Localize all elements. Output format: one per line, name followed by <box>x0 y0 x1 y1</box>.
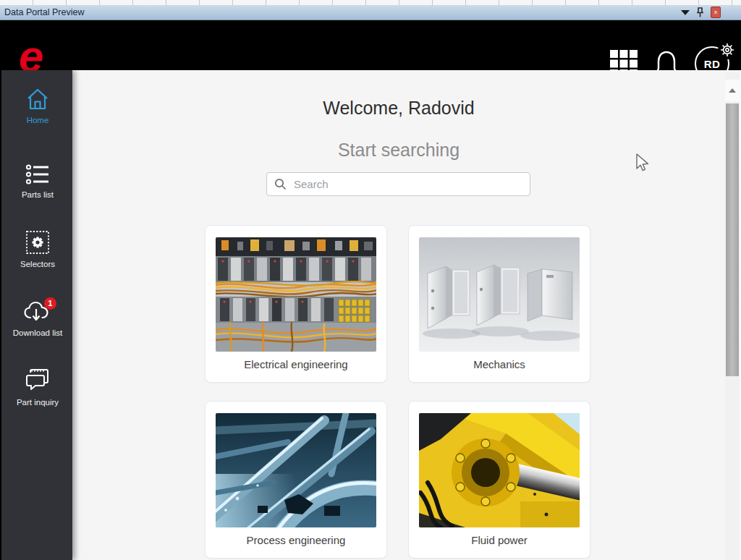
card-mechanics[interactable]: Mechanics <box>408 225 590 383</box>
card-label: Mechanics <box>409 358 590 370</box>
settings-gear-wrap[interactable] <box>718 41 737 59</box>
card-label: Fluid power <box>409 534 590 546</box>
fluid-power-image <box>419 413 580 527</box>
sidebar-item-label: Part inquiry <box>1 398 74 407</box>
sidebar-item-selectors[interactable]: Selectors <box>1 230 74 268</box>
sidebar: Home Parts list <box>0 70 72 560</box>
sidebar-item-label: Parts list <box>1 190 74 199</box>
welcome-title: Welcome, Radovid <box>72 98 725 119</box>
sidebar-item-label: Selectors <box>1 260 74 268</box>
sidebar-item-download-list[interactable]: 1 Download list <box>1 300 74 337</box>
sidebar-item-label: Home <box>1 116 74 124</box>
part-inquiry-icon <box>24 367 51 393</box>
start-searching-subtitle: Start searching <box>72 140 725 161</box>
card-electrical-engineering[interactable]: Electrical engineering <box>205 225 387 383</box>
window-menu-caret-icon[interactable] <box>681 10 690 15</box>
card-label: Electrical engineering <box>206 358 386 370</box>
search-box[interactable] <box>266 172 530 196</box>
sidebar-item-home[interactable]: Home <box>1 88 74 124</box>
search-icon <box>274 178 287 190</box>
selectors-icon <box>25 230 50 255</box>
home-icon <box>25 88 50 111</box>
mechanics-image <box>419 237 580 352</box>
process-engineering-image <box>216 413 376 527</box>
electrical-engineering-image <box>216 237 376 352</box>
scroll-up-button[interactable] <box>725 80 740 101</box>
vertical-scrollbar[interactable] <box>725 72 740 560</box>
card-fluid-power[interactable]: Fluid power <box>408 401 590 559</box>
mouse-cursor <box>632 153 651 173</box>
scrollbar-thumb[interactable] <box>726 103 739 376</box>
sidebar-item-part-inquiry[interactable]: Part inquiry <box>1 367 74 407</box>
scroll-up-arrow-icon <box>729 88 736 93</box>
app-header: e Data Portal RD <box>0 20 741 70</box>
card-process-engineering[interactable]: Process engineering <box>205 401 387 559</box>
gear-icon <box>720 43 734 57</box>
sidebar-item-label: Download list <box>1 328 74 337</box>
pin-icon[interactable] <box>695 7 705 18</box>
download-count-badge: 1 <box>44 297 56 310</box>
card-label: Process engineering <box>206 534 386 546</box>
parts-list-icon <box>25 164 51 185</box>
window-title: Data Portal Preview <box>0 7 681 17</box>
category-cards: Electrical engineering <box>205 225 593 559</box>
sidebar-item-parts-list[interactable]: Parts list <box>1 164 74 199</box>
search-input[interactable] <box>292 177 522 191</box>
window-titlebar: Data Portal Preview x <box>0 5 741 20</box>
background-app-strip <box>0 0 741 5</box>
avatar-initials: RD <box>704 58 721 70</box>
close-icon[interactable]: x <box>711 7 721 18</box>
main-content: Welcome, Radovid Start searching <box>72 70 741 560</box>
